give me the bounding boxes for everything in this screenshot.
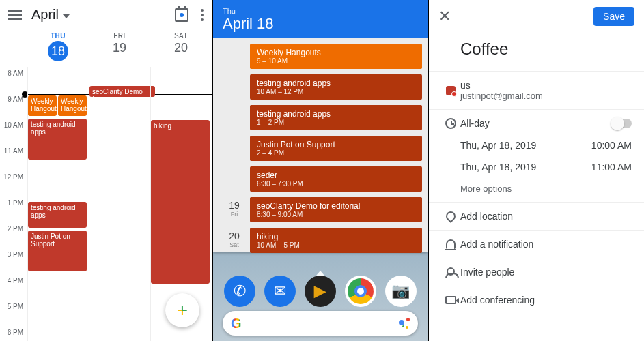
phone-app-icon[interactable]: ✆ <box>224 276 255 307</box>
save-button[interactable]: Save <box>593 7 634 26</box>
row-conferencing[interactable]: Add conferencing <box>429 286 644 314</box>
plex-app-icon[interactable]: ▶ <box>305 276 336 307</box>
close-icon[interactable]: ✕ <box>438 8 451 25</box>
widget-row[interactable]: testing android apps1 – 2 PM <box>213 104 428 134</box>
widget-row-date <box>219 74 250 102</box>
start-time[interactable]: 10:00 AM <box>591 140 632 151</box>
menu-icon[interactable] <box>8 10 22 20</box>
location-pin-icon <box>444 209 458 223</box>
end-date[interactable]: Thu, Apr 18, 2019 <box>460 162 591 173</box>
event-block[interactable]: hiking <box>151 120 210 284</box>
month-picker[interactable]: April <box>31 7 59 23</box>
people-icon <box>445 267 456 277</box>
create-event-fab[interactable]: + <box>165 293 199 327</box>
end-time[interactable]: 11:00 AM <box>591 162 632 173</box>
text-cursor <box>509 40 509 57</box>
widget-header-date: April 18 <box>223 15 418 33</box>
widget-row-date: 19Fri <box>219 197 250 225</box>
widget-row-date: 20Sat <box>219 228 250 256</box>
calendar-color-icon <box>446 86 456 95</box>
row-invite[interactable]: Invite people <box>429 258 644 286</box>
widget-row-date <box>219 44 250 72</box>
app-drawer-handle-icon[interactable] <box>316 271 324 276</box>
widget-event[interactable]: testing android apps1 – 2 PM <box>250 105 422 130</box>
row-allday: All-day <box>429 109 644 137</box>
overflow-menu-icon[interactable] <box>201 9 204 21</box>
widget-event[interactable]: seoClarity Demo for editorial8:30 – 9:00… <box>250 197 422 222</box>
day-header-fri[interactable]: FRI19 <box>89 29 150 67</box>
widget-body: Weekly Hangouts9 – 10 AMtesting android … <box>213 38 428 261</box>
row-end[interactable]: Thu, Apr 18, 2019 11:00 AM <box>429 159 644 181</box>
start-date[interactable]: Thu, Apr 18, 2019 <box>460 140 591 151</box>
day-headers: THU18 FRI19 SAT20 <box>0 29 212 67</box>
widget-row[interactable]: testing android apps10 AM – 12 PM <box>213 73 428 104</box>
event-block[interactable]: seoClarity Demo for <box>89 86 155 97</box>
google-search-pill[interactable]: G <box>223 311 418 336</box>
widget-row-date <box>219 136 250 164</box>
row-notification[interactable]: Add a notification <box>429 230 644 258</box>
allday-label: All-day <box>460 118 611 129</box>
chevron-down-icon <box>63 14 70 18</box>
calendar-name: us <box>460 80 632 91</box>
dock: ✆ ✉ ▶ 📷 <box>213 276 428 307</box>
invite-people-label: Invite people <box>460 267 632 278</box>
add-location-label: Add location <box>460 211 632 222</box>
calendar-email: justinpot@gmail.com <box>460 91 632 101</box>
calendar-day-view: April THU18 FRI19 SAT20 8 AM 9 AM 10 AM … <box>0 0 213 341</box>
widget-row[interactable]: Weekly Hangouts9 – 10 AM <box>213 42 428 73</box>
homescreen: Thu April 18 Weekly Hangouts9 – 10 AMtes… <box>213 0 429 341</box>
today-icon[interactable] <box>175 8 188 22</box>
event-create-sheet: ✕ Save Coffee us justinpot@gmail.com All… <box>429 0 644 341</box>
row-more-options[interactable]: More options <box>429 181 644 202</box>
col-thu: Weekly Hangouts Weekly Hangouts testing … <box>27 67 89 341</box>
event-block[interactable]: Justin Pot on Support <box>28 231 87 271</box>
messages-app-icon[interactable]: ✉ <box>264 276 296 307</box>
camera-app-icon[interactable]: 📷 <box>385 276 417 307</box>
widget-row[interactable]: 20Sathiking10 AM – 5 PM <box>213 226 428 257</box>
add-notification-label: Add a notification <box>460 239 632 250</box>
widget-row[interactable]: seder6:30 – 7:30 PM <box>213 165 428 196</box>
row-location[interactable]: Add location <box>429 202 644 230</box>
event-title-input[interactable]: Coffee <box>429 33 644 71</box>
allday-toggle[interactable] <box>611 119 632 128</box>
widget-event[interactable]: Weekly Hangouts9 – 10 AM <box>250 44 422 69</box>
widget-event[interactable]: testing android apps10 AM – 12 PM <box>250 74 422 100</box>
top-bar: April <box>0 0 212 29</box>
widget-row-date <box>219 105 250 133</box>
google-g-icon: G <box>231 316 242 331</box>
widget-row[interactable]: 19FriseoClarity Demo for editorial8:30 –… <box>213 196 428 226</box>
widget-event[interactable]: seder6:30 – 7:30 PM <box>250 166 422 192</box>
event-title-value: Coffee <box>460 40 508 58</box>
plus-icon: + <box>177 299 188 321</box>
sheet-topbar: ✕ Save <box>429 0 644 33</box>
widget-row[interactable]: Justin Pot on Support2 – 4 PM <box>213 134 428 165</box>
bell-icon <box>446 239 456 249</box>
add-conferencing-label: Add conferencing <box>460 295 632 306</box>
video-icon <box>445 296 456 304</box>
widget-event[interactable]: Justin Pot on Support2 – 4 PM <box>250 136 422 161</box>
chrome-app-icon[interactable] <box>345 276 376 307</box>
widget-row-date <box>219 166 250 194</box>
event-block[interactable]: testing android apps <box>28 202 87 228</box>
calendar-widget[interactable]: Thu April 18 Weekly Hangouts9 – 10 AMtes… <box>213 0 428 252</box>
row-calendar[interactable]: us justinpot@gmail.com <box>429 71 644 109</box>
more-options-label: More options <box>460 183 632 194</box>
col-fri: seoClarity Demo for <box>89 67 150 341</box>
event-block[interactable]: Weekly Hangouts <box>58 95 87 116</box>
row-start[interactable]: Thu, Apr 18, 2019 10:00 AM <box>429 137 644 159</box>
day-header-thu[interactable]: THU18 <box>27 29 89 67</box>
event-block[interactable]: Weekly Hangouts <box>28 95 57 116</box>
widget-event[interactable]: hiking10 AM – 5 PM <box>250 228 422 253</box>
widget-header-dow: Thu <box>223 7 418 15</box>
day-header-sat[interactable]: SAT20 <box>150 29 212 67</box>
event-block[interactable]: testing android apps <box>28 119 87 160</box>
assistant-icon[interactable] <box>399 318 410 329</box>
clock-icon <box>445 118 456 129</box>
widget-header[interactable]: Thu April 18 <box>213 0 428 38</box>
